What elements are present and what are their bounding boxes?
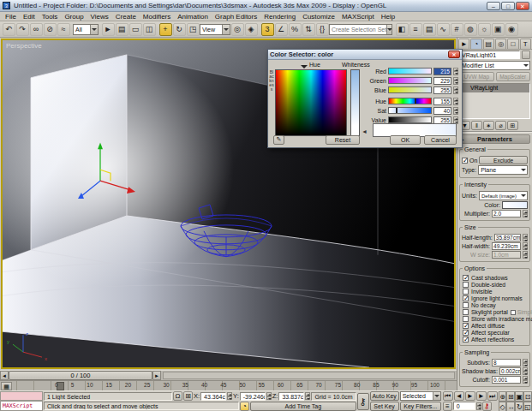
on-checkbox[interactable] <box>462 158 468 164</box>
select-object-icon[interactable]: ► <box>102 23 115 36</box>
multiplier-spinner[interactable] <box>523 210 528 217</box>
option-checkbox[interactable] <box>463 282 469 288</box>
arc-rotate-icon[interactable]: ↻ <box>515 402 523 411</box>
menu-item[interactable]: Tools <box>39 12 62 21</box>
option-row[interactable]: Skylight portal Simple <box>463 309 527 315</box>
x-coordinate-field[interactable]: 43.364cm <box>200 392 226 401</box>
auto-key-button[interactable]: Auto Key <box>370 391 399 401</box>
next-frame-icon[interactable]: ► <box>476 391 487 401</box>
key-filters-button[interactable]: Key Filters... <box>400 402 441 411</box>
select-and-move-icon[interactable]: + <box>159 23 172 36</box>
subdivs-spinner[interactable] <box>523 359 528 366</box>
option-checkbox[interactable] <box>463 309 469 315</box>
blue-slider[interactable] <box>388 86 432 93</box>
select-and-rotate-icon[interactable]: ↻ <box>173 23 186 36</box>
option-row[interactable]: Affect specular <box>463 330 527 336</box>
render-setup-icon[interactable]: ☼ <box>478 23 491 36</box>
menu-item[interactable]: Modifiers <box>140 12 174 21</box>
menu-item[interactable]: Create <box>112 12 140 21</box>
configure-modifier-sets-icon[interactable]: ⊞ <box>507 121 518 130</box>
spinner-snap-icon[interactable]: ⇅ <box>302 23 315 36</box>
option-row[interactable]: Ignore light normals <box>463 295 527 301</box>
option-row[interactable]: Cast shadows <box>463 275 527 281</box>
previous-frame-icon[interactable]: ◄ <box>454 391 464 401</box>
type-dropdown[interactable]: Plane <box>478 165 528 175</box>
hue-blackness-palette[interactable] <box>275 69 347 136</box>
shadow-bias-field[interactable]: 0.002cm <box>499 367 521 375</box>
time-tag-icon[interactable]: ◔ <box>240 402 249 411</box>
half-length-field[interactable]: 35.897cm <box>494 234 521 241</box>
object-color-swatch[interactable] <box>522 51 530 59</box>
play-animation-icon[interactable]: ► <box>465 391 475 401</box>
half-width-spinner[interactable] <box>523 242 528 250</box>
track-bar[interactable]: ▦ 05101520253035404550556065707580859095… <box>0 380 457 390</box>
blue-spinner[interactable] <box>453 86 458 94</box>
time-mode-icon[interactable]: ≡ <box>443 402 452 411</box>
select-by-name-icon[interactable]: ▤ <box>116 23 129 36</box>
snaps-toggle-icon[interactable]: 3 <box>261 23 274 36</box>
listener-pane[interactable]: MAXScript <box>0 401 43 411</box>
open-mini-curve-editor-button[interactable]: ▦ <box>1 382 12 390</box>
option-row[interactable]: Double-sided <box>463 282 527 288</box>
blue-value-field[interactable]: 255 <box>433 86 451 94</box>
close-button[interactable]: ✕ <box>516 2 529 10</box>
rendered-frame-window-icon[interactable]: ▣ <box>492 23 505 36</box>
reset-button[interactable]: Reset <box>326 135 360 145</box>
zoom-extents-icon[interactable]: ▣ <box>515 391 523 402</box>
selection-filter-dropdown[interactable]: All <box>73 24 99 35</box>
make-unique-icon[interactable]: ∗ <box>483 121 494 130</box>
time-slider-next-button[interactable]: ► <box>152 371 161 380</box>
green-spinner[interactable] <box>453 77 458 85</box>
whiteness-marker[interactable]: ◄ <box>362 128 368 134</box>
light-color-swatch[interactable] <box>502 201 528 209</box>
menu-item[interactable]: Group <box>61 12 87 21</box>
option-row[interactable]: Invisible <box>463 289 527 295</box>
option-checkbox[interactable] <box>463 289 469 295</box>
use-pivot-point-icon[interactable]: ◎ <box>231 23 244 36</box>
uvw-map-button[interactable]: UVW Map <box>459 72 494 81</box>
exclude-button[interactable]: Exclude <box>479 156 528 164</box>
value-slider[interactable] <box>388 116 432 123</box>
red-spinner[interactable] <box>453 68 458 75</box>
redo-icon[interactable]: ↷ <box>16 23 29 36</box>
unlink-selection-icon[interactable]: ⊘ <box>44 23 57 36</box>
absolute-offset-mode-icon[interactable]: ⊞ <box>183 391 193 401</box>
schematic-view-icon[interactable]: # <box>451 23 463 36</box>
go-to-end-icon[interactable]: ⏭ <box>487 391 498 401</box>
selection-lock-icon[interactable]: Ω <box>173 391 182 401</box>
align-icon[interactable]: ≡ <box>409 23 422 36</box>
angle-snap-icon[interactable]: ∠ <box>275 23 288 36</box>
sat-spinner[interactable] <box>453 107 458 115</box>
layer-manager-icon[interactable]: ▤ <box>423 23 436 36</box>
option-row[interactable]: Store with irradiance map <box>463 316 527 322</box>
hue-slider[interactable] <box>388 98 432 104</box>
time-slider-prev-button[interactable]: ◄ <box>0 371 9 380</box>
option-row[interactable]: No decay <box>463 302 527 308</box>
half-width-field[interactable]: 49.239cm <box>492 242 521 250</box>
key-mode-toggle-icon[interactable]: ⚷ <box>482 402 492 411</box>
menu-item[interactable]: Animation <box>174 12 212 21</box>
modify-tab[interactable]: ◔ <box>470 39 481 49</box>
window-crossing-icon[interactable]: ◫ <box>143 23 156 36</box>
parameters-rollout-header[interactable]: - Parameters <box>459 134 530 144</box>
object-name-field[interactable]: VRayLight01 <box>459 51 520 59</box>
menu-item[interactable]: Views <box>87 12 112 21</box>
option-row[interactable]: Affect reflections <box>463 337 527 342</box>
key-mode-dropdown[interactable]: Selected <box>400 391 441 401</box>
maximize-viewport-toggle-icon[interactable]: ◱ <box>523 402 532 411</box>
time-slider-track[interactable] <box>163 372 455 379</box>
menu-item[interactable]: Rendering <box>260 12 299 21</box>
pan-view-icon[interactable]: ↔ <box>506 402 515 411</box>
option-checkbox[interactable] <box>463 302 469 308</box>
option-checkbox[interactable] <box>463 316 469 322</box>
units-dropdown[interactable]: Default (image) <box>479 191 528 200</box>
field-of-view-icon[interactable]: ◇ <box>499 402 507 411</box>
menu-item[interactable]: MAXScript <box>338 12 378 21</box>
cancel-button[interactable]: Cancel <box>424 135 457 145</box>
curve-editor-icon[interactable]: ∿ <box>437 23 450 36</box>
red-value-field[interactable]: 215 <box>433 68 451 75</box>
create-tab[interactable]: ► <box>458 39 469 49</box>
maxscript-mini-listener[interactable]: MAXScript <box>0 391 43 411</box>
macro-recorder-pane[interactable] <box>0 391 43 401</box>
red-slider[interactable] <box>388 68 432 74</box>
